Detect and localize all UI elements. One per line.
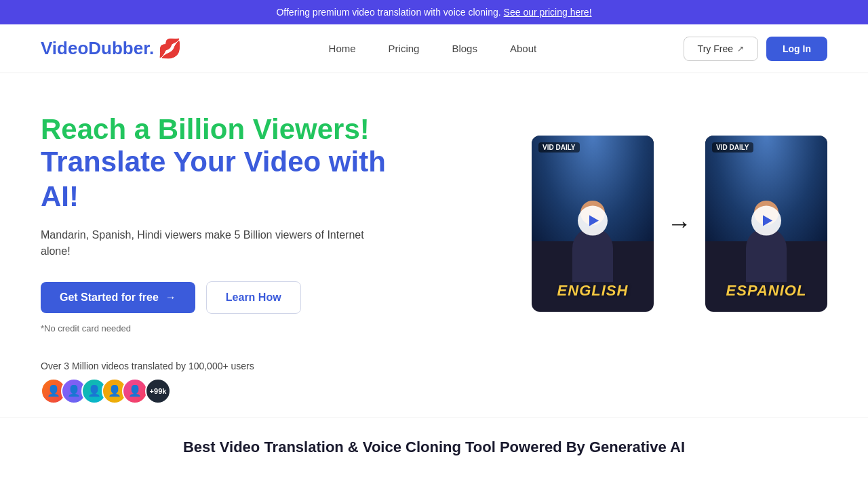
hero-headline-blue: Translate Your Video with AI! bbox=[41, 145, 393, 214]
video-card-english: VID DAILY ENGLISH bbox=[532, 136, 654, 312]
nav-home[interactable]: Home bbox=[329, 43, 356, 54]
learn-how-button[interactable]: Learn How bbox=[206, 281, 301, 314]
avatars-row: 👤 👤 👤 👤 👤 +99k bbox=[41, 378, 827, 404]
logo-lips-icon: 💋 bbox=[158, 37, 182, 60]
nav-pricing[interactable]: Pricing bbox=[389, 43, 420, 54]
avatar-count: +99k bbox=[145, 378, 171, 404]
nav-actions: Try Free ↗ Log In bbox=[684, 37, 827, 61]
login-button[interactable]: Log In bbox=[766, 37, 827, 61]
logo-video: Video bbox=[41, 38, 88, 59]
video-label-english: ENGLISH bbox=[532, 282, 654, 300]
bottom-tagline: Best Video Translation & Voice Cloning T… bbox=[0, 418, 868, 470]
get-started-label: Get Started for free bbox=[60, 291, 159, 304]
hero-buttons: Get Started for free → Learn How bbox=[41, 281, 393, 314]
hero-section: Reach a Billion Viewers! Translate Your … bbox=[0, 73, 868, 361]
logo[interactable]: Video Dubber. 💋 bbox=[41, 37, 182, 60]
nav-blogs[interactable]: Blogs bbox=[452, 43, 477, 54]
try-free-label: Try Free bbox=[698, 43, 733, 54]
hero-text: Reach a Billion Viewers! Translate Your … bbox=[41, 114, 393, 333]
navbar: Video Dubber. 💋 Home Pricing Blogs About… bbox=[0, 24, 868, 73]
video-play-english[interactable] bbox=[578, 206, 608, 236]
nav-links: Home Pricing Blogs About bbox=[329, 43, 537, 55]
video-play-espanol[interactable] bbox=[751, 206, 781, 236]
video-badge-espanol: VID DAILY bbox=[712, 142, 753, 152]
hero-subtitle: Mandarin, Spanish, Hindi viewers make 5 … bbox=[41, 227, 393, 260]
hero-headline-green: Reach a Billion Viewers! bbox=[41, 114, 393, 145]
video-card-espanol: VID DAILY ESPANIOL bbox=[705, 136, 827, 312]
stats-text: Over 3 Million videos translated by 100,… bbox=[41, 361, 827, 371]
banner-link[interactable]: See our pricing here! bbox=[504, 7, 592, 18]
no-credit-card-text: *No credit card needed bbox=[41, 323, 393, 333]
try-free-button[interactable]: Try Free ↗ bbox=[684, 37, 758, 61]
banner-text: Offering premium video translation with … bbox=[276, 7, 500, 18]
logo-dubber: Dubber. bbox=[88, 38, 154, 59]
hero-visuals: VID DAILY ENGLISH → VID DAILY ESPANIOL bbox=[532, 136, 827, 312]
nav-about[interactable]: About bbox=[510, 43, 536, 54]
get-started-button[interactable]: Get Started for free → bbox=[41, 282, 195, 313]
external-link-icon: ↗ bbox=[737, 44, 744, 54]
video-label-espanol: ESPANIOL bbox=[705, 282, 827, 300]
translation-arrow-icon: → bbox=[667, 209, 692, 238]
video-badge-english: VID DAILY bbox=[538, 142, 580, 152]
arrow-icon: → bbox=[165, 291, 176, 304]
avatar-5: 👤 bbox=[122, 378, 148, 404]
stats-section: Over 3 Million videos translated by 100,… bbox=[0, 361, 868, 404]
top-banner: Offering premium video translation with … bbox=[0, 0, 868, 24]
